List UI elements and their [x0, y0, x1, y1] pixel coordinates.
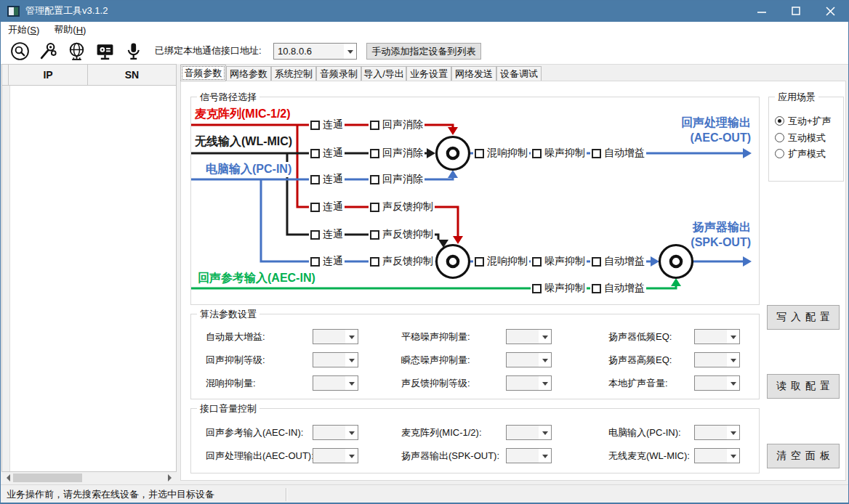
checkbox-icon[interactable]: [310, 230, 320, 240]
radio-selected-icon[interactable]: [775, 116, 784, 126]
radio-interactive-mode[interactable]: 互动模式: [775, 131, 826, 144]
checkbox-icon[interactable]: [592, 284, 601, 293]
chevron-down-icon[interactable]: [727, 426, 739, 439]
radio-pa-mode[interactable]: 扩声模式: [775, 147, 826, 160]
chevron-down-icon[interactable]: [539, 330, 551, 344]
chevron-down-icon[interactable]: [727, 376, 739, 390]
checkbox-icon[interactable]: [310, 257, 320, 267]
device-list-header-sn[interactable]: SN: [88, 64, 177, 86]
checkbox-reverb-spkout[interactable]: 混响抑制: [473, 255, 529, 268]
combobox-feedback-level[interactable]: [506, 375, 552, 391]
checkbox-icon[interactable]: [370, 149, 379, 158]
chevron-down-icon[interactable]: [539, 449, 551, 463]
chevron-down-icon[interactable]: [345, 330, 358, 344]
combobox-echo-level[interactable]: [313, 352, 358, 367]
device-settings-button[interactable]: [92, 40, 118, 62]
checkbox-icon[interactable]: [370, 203, 379, 212]
combobox-spk-low-eq[interactable]: [694, 329, 740, 344]
chevron-down-icon[interactable]: [727, 330, 739, 344]
tab-device-debug[interactable]: 设备调试: [496, 66, 542, 81]
checkbox-echo-cancel-wlmic[interactable]: 回声消除: [369, 147, 424, 160]
combobox-aec-in-volume[interactable]: [313, 425, 358, 440]
search-device-button[interactable]: [7, 40, 33, 62]
checkbox-feedback-mic[interactable]: 声反馈抑制: [369, 200, 435, 214]
chevron-down-icon[interactable]: [727, 353, 739, 367]
combobox-spk-out-volume[interactable]: [506, 448, 552, 463]
device-list-header-ip[interactable]: IP: [9, 64, 88, 86]
chevron-down-icon[interactable]: [539, 353, 551, 367]
combobox-aec-out-volume[interactable]: [313, 448, 358, 463]
chevron-down-icon[interactable]: [539, 426, 551, 439]
combobox-transient-noise[interactable]: [506, 352, 552, 367]
chevron-down-icon[interactable]: [345, 353, 358, 367]
combobox-local-pa-volume[interactable]: [694, 375, 740, 391]
write-config-button[interactable]: 写入配置: [767, 305, 840, 330]
checkbox-feedback-wlmic[interactable]: 声反馈抑制: [369, 228, 435, 241]
tab-network-params[interactable]: 网络参数: [226, 66, 271, 81]
checkbox-icon[interactable]: [310, 121, 320, 130]
checkbox-icon[interactable]: [310, 203, 320, 212]
radio-interactive-plus-pa[interactable]: 互动+扩声: [775, 115, 832, 127]
scroll-left-icon[interactable]: [3, 474, 10, 481]
combobox-mic-array-volume[interactable]: [506, 425, 552, 440]
checkbox-icon[interactable]: [532, 149, 542, 158]
tab-business-settings[interactable]: 业务设置: [406, 66, 451, 81]
microphone-button[interactable]: [120, 40, 146, 62]
config-tool-button[interactable]: [35, 40, 61, 62]
scrollbar-thumb[interactable]: [13, 473, 82, 482]
checkbox-noise-aecout[interactable]: 噪声抑制: [531, 147, 587, 160]
device-list-body[interactable]: [1, 86, 177, 472]
local-ip-combobox[interactable]: 10.8.0.6: [273, 43, 357, 60]
checkbox-icon[interactable]: [592, 257, 601, 267]
minimize-button[interactable]: [749, 0, 774, 22]
checkbox-icon[interactable]: [532, 257, 542, 267]
checkbox-reverb-aecout[interactable]: 混响抑制: [473, 147, 529, 160]
checkbox-icon[interactable]: [532, 284, 542, 293]
checkbox-echo-cancel-pcin[interactable]: 回声消除: [369, 173, 424, 186]
checkbox-noise-spkout[interactable]: 噪声抑制: [531, 255, 587, 268]
checkbox-icon[interactable]: [370, 230, 379, 240]
checkbox-connect-wlmic-spk[interactable]: 连通: [309, 228, 345, 241]
chevron-down-icon[interactable]: [344, 44, 356, 59]
menu-help[interactable]: 帮助(H): [47, 22, 93, 38]
checkbox-connect-pcin[interactable]: 连通: [309, 173, 345, 186]
combobox-spk-high-eq[interactable]: [694, 352, 740, 367]
checkbox-icon[interactable]: [370, 121, 379, 130]
checkbox-icon[interactable]: [310, 175, 320, 184]
chevron-down-icon[interactable]: [727, 449, 739, 463]
radio-icon[interactable]: [775, 133, 784, 142]
tab-audio-params[interactable]: 音频参数: [180, 65, 226, 81]
chevron-down-icon[interactable]: [345, 426, 358, 439]
checkbox-agc-spkout[interactable]: 自动增益: [590, 255, 646, 268]
radio-icon[interactable]: [775, 149, 784, 158]
combobox-steady-noise[interactable]: [506, 329, 552, 344]
checkbox-icon[interactable]: [370, 257, 379, 267]
combobox-reverb-amount[interactable]: [313, 375, 358, 391]
scroll-right-icon[interactable]: [168, 474, 175, 481]
checkbox-connect-mic-spk[interactable]: 连通: [309, 200, 345, 214]
device-list-hscrollbar[interactable]: [1, 472, 177, 484]
chevron-down-icon[interactable]: [539, 376, 551, 390]
tab-audio-record[interactable]: 音频录制: [316, 66, 361, 81]
checkbox-noise-aecin[interactable]: 噪声抑制: [531, 282, 587, 295]
checkbox-icon[interactable]: [370, 175, 379, 184]
checkbox-icon[interactable]: [310, 149, 320, 158]
checkbox-connect-wlmic[interactable]: 连通: [309, 147, 345, 160]
tab-import-export[interactable]: 导入/导出: [361, 66, 406, 81]
tab-network-send[interactable]: 网络发送: [451, 66, 496, 81]
clear-panel-button[interactable]: 清空面板: [767, 444, 840, 468]
checkbox-feedback-pcin[interactable]: 声反馈抑制: [369, 255, 435, 268]
checkbox-icon[interactable]: [475, 257, 484, 267]
combobox-wl-mic-volume[interactable]: [694, 448, 740, 463]
checkbox-echo-cancel-mic[interactable]: 回声消除: [369, 118, 424, 131]
combobox-pc-in-volume[interactable]: [694, 425, 740, 440]
read-config-button[interactable]: 读取配置: [767, 374, 840, 399]
checkbox-icon[interactable]: [475, 149, 484, 158]
chevron-down-icon[interactable]: [345, 449, 358, 463]
menu-start[interactable]: 开始(S): [1, 22, 47, 38]
checkbox-connect-mic[interactable]: 连通: [309, 118, 345, 131]
maximize-button[interactable]: [784, 0, 808, 22]
checkbox-icon[interactable]: [592, 149, 601, 158]
add-device-button[interactable]: 手动添加指定设备到列表: [366, 43, 481, 60]
checkbox-connect-pcin-spk[interactable]: 连通: [309, 255, 345, 268]
